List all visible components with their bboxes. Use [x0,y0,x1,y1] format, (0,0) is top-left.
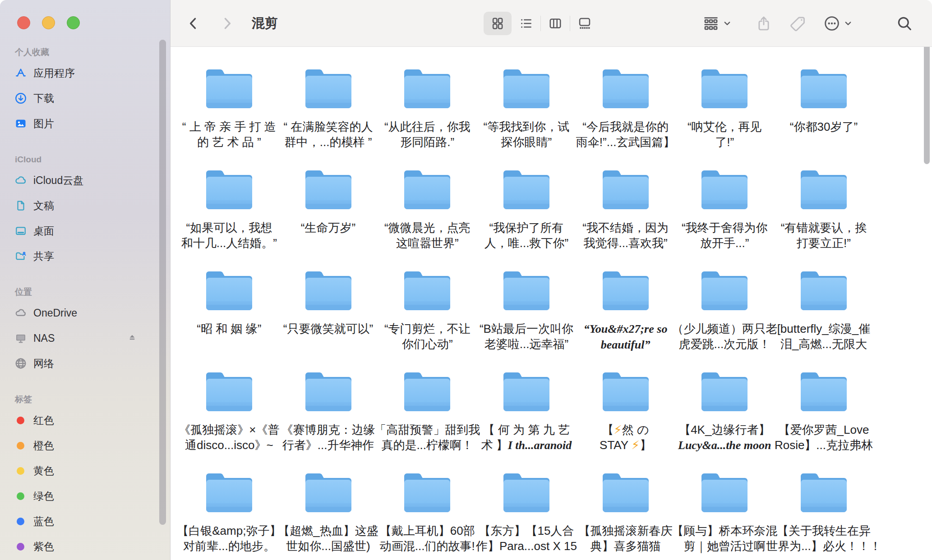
folder-name: 【超燃_热血】这盛世如你...国盛世) [289,523,367,554]
folder-name: （少儿频道）两只老虎爱跳...次元版！ [683,321,766,352]
folder-item[interactable]: “我保护了所有人，唯...救下你” [477,148,576,249]
folder-item[interactable]: “从此往后，你我形同陌路.” [378,47,477,148]
gallery-view-button[interactable] [574,12,595,35]
folder-item[interactable]: “ 在满脸笑容的人群中，...的模样 ” [279,47,378,148]
folder-item[interactable]: 「高甜预警」甜到我真的是...柠檬啊！ [378,350,477,451]
sidebar-section-title: 标签 [0,394,170,405]
divider [570,16,570,31]
folder-item[interactable]: “如果可以，我想和十几...人结婚。” [180,148,279,249]
view-switcher [484,0,595,46]
folder-name: 【白银&amp;弥子】对前辈...的地步。 [188,523,270,554]
window-title: 混剪 [252,0,278,46]
folder-item[interactable]: 【东方】【15人合作】Para...ost X 15 [477,451,576,552]
toolbar: 混剪 [171,0,932,47]
folder-item[interactable]: “我终于舍得为你放开手...” [675,148,774,249]
close-button[interactable] [17,16,30,29]
content-scrollbar[interactable] [924,47,930,164]
folder-icon [202,268,256,313]
folder-item[interactable]: “你都30岁了” [774,47,873,148]
sidebar-item-nas[interactable]: NAS [0,326,170,351]
share-button[interactable] [755,0,772,46]
folder-item[interactable]: 【孤独摇滚新春庆典】喜多猫猫 [576,451,675,552]
group-button[interactable] [702,0,731,46]
folder-item[interactable]: “我不结婚，因为我觉得...喜欢我” [576,148,675,249]
folder-name: 【爱你罗茜_LoveRosie】...克拉弗林 [785,422,862,453]
sidebar-item-紫色[interactable]: 紫色 [0,534,170,559]
folder-item[interactable]: “You&#x27;re sobeautiful” [576,249,675,350]
sidebar-item-document[interactable]: 文稿 [0,193,170,218]
zoom-button[interactable] [67,16,80,29]
back-button[interactable] [186,16,201,31]
more-button[interactable] [823,0,852,46]
folder-item[interactable]: “B站最后一次叫你老婆啦...远幸福” [477,249,576,350]
folder-item[interactable]: [butterfly_综漫_催泪_高燃...无限大 [774,249,873,350]
search-button[interactable] [896,0,913,46]
sidebar-item-橙色[interactable]: 橙色 [0,433,170,458]
forward-button[interactable] [219,16,235,31]
sidebar-section-title: 个人收藏 [0,47,170,58]
column-view-button[interactable] [545,12,566,35]
folder-icon [499,470,554,515]
folder-item[interactable]: 【顾与】桥本环奈混剪｜她曾活过啊 [675,451,774,552]
sidebar-scrollbar[interactable] [159,40,166,525]
folder-item[interactable]: “昭 和 姻 缘” [180,249,279,350]
column-view-icon [548,16,563,31]
folder-item[interactable]: 【白银&amp;弥子】对前辈...的地步。 [180,451,279,552]
folder-item[interactable]: 【⚡然 のSTAY ⚡】 [576,350,675,451]
folder-item[interactable]: “只要微笑就可以” [279,249,378,350]
folder-item[interactable]: “今后我就是你的雨伞!”...玄武国篇】 [576,47,675,148]
folder-item[interactable]: “呐艾伦，再见了!” [675,47,774,148]
divider [540,16,541,31]
folder-item[interactable]: 【关于我转生在异世界为...】必火！！！ [774,451,873,552]
sidebar-item-label: 下载 [33,92,54,106]
more-icon [823,14,841,32]
folder-item[interactable]: “专门剪烂，不让你们心动” [378,249,477,350]
sidebar-item-onedrive[interactable]: OneDrive [0,300,170,326]
folder-item[interactable]: 《赛博朋克：边缘行者》...升华神作 [279,350,378,451]
sidebar-item-红色[interactable]: 红色 [0,408,170,433]
sidebar-item-绿色[interactable]: 绿色 [0,483,170,509]
list-view-button[interactable] [516,12,536,35]
sidebar-item-photos[interactable]: 图片 [0,111,170,136]
folder-item[interactable]: “微微晨光，点亮这喧嚣世界” [378,148,477,249]
folder-item[interactable]: 【4K_边缘行者】Lucy&a...the moon [675,350,774,451]
sidebar-item-network[interactable]: 网络 [0,351,170,376]
folder-content: “ 上 帝 亲 手 打 造的 艺 术 品 ”“ 在满脸笑容的人群中，...的模样… [171,47,932,560]
sidebar-section-title: iCloud [0,154,170,165]
minimize-button[interactable] [42,16,55,29]
eject-icon[interactable] [126,332,138,344]
folder-name: “我不结婚，因为我觉得...喜欢我” [593,220,658,251]
search-icon [896,15,913,32]
folder-name: “微微晨光，点亮这喧嚣世界” [395,220,460,251]
folder-item[interactable]: 【 何 为 第 九 艺术 】I th...aranoid [477,350,576,451]
sidebar-item-appstore[interactable]: 应用程序 [0,60,170,86]
folder-item[interactable]: 【爱你罗茜_LoveRosie】...克拉弗林 [774,350,873,451]
sidebar-item-shared-folder[interactable]: 共享 [0,243,170,269]
folder-item[interactable]: “ 上 帝 亲 手 打 造的 艺 术 品 ” [180,47,279,148]
folder-item[interactable]: 《孤独摇滚》×《普通disco...isco》~ [180,350,279,451]
folder-name: “有错就要认，挨打要立正!” [792,220,856,251]
folder-icon [697,369,752,414]
folder-item[interactable]: “生命万岁” [279,148,378,249]
sidebar-item-label: 橙色 [33,439,54,453]
grid-view-icon [490,16,505,31]
folder-icon [202,66,256,111]
desktop-icon [14,224,28,238]
folder-name: “等我找到你，试探你眼睛” [494,119,559,150]
sidebar-item-desktop[interactable]: 桌面 [0,218,170,243]
folder-name: 【 何 为 第 九 艺术 】I th...aranoid [492,422,561,453]
sidebar-item-label: 黄色 [33,464,54,478]
folder-item[interactable]: 【戴上耳机】60部动画混...们的故事! [378,451,477,552]
folder-item[interactable]: “等我找到你，试探你眼睛” [477,47,576,148]
folder-item[interactable]: 【超燃_热血】这盛世如你...国盛世) [279,451,378,552]
folder-name: “ 在满脸笑容的人群中，...的模样 ” [295,119,362,150]
folder-icon [400,369,454,414]
sidebar-item-download[interactable]: 下载 [0,86,170,111]
sidebar-item-icloud[interactable]: iCloud云盘 [0,168,170,193]
tag-button[interactable] [789,0,807,46]
grid-view-button[interactable] [484,12,512,35]
sidebar-item-黄色[interactable]: 黄色 [0,458,170,483]
sidebar-item-蓝色[interactable]: 蓝色 [0,509,170,534]
folder-item[interactable]: “有错就要认，挨打要立正!” [774,148,873,249]
folder-item[interactable]: （少儿频道）两只老虎爱跳...次元版！ [675,249,774,350]
